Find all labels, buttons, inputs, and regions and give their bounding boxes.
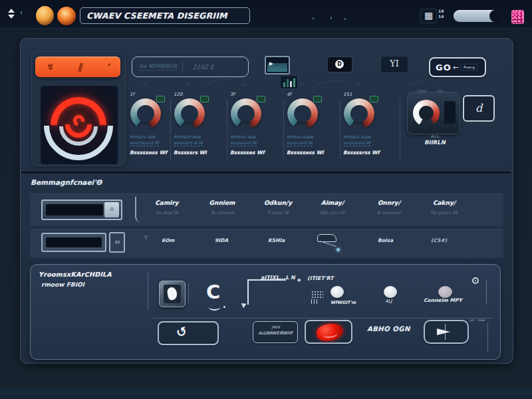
progress-bar-b-button[interactable]: ss (109, 232, 125, 253)
gauge-note-line2: wsssssess'W (343, 140, 370, 146)
progress-bar-a-handle[interactable]: ⊙ (104, 202, 119, 217)
square-outline-button[interactable]: d (463, 95, 495, 122)
magenta-badge-icon[interactable] (511, 10, 524, 24)
indicator-toggle-1[interactable] (331, 286, 344, 298)
column-divider (227, 100, 227, 160)
c-glyph: C (206, 281, 220, 303)
gauge-note-line1: Arnssv susw (287, 134, 313, 140)
stat-sublabel: Do gasee IW (417, 210, 471, 215)
go-badge: Rsang (461, 64, 477, 70)
tick-mark (21, 11, 22, 14)
dart-arrow-icon (437, 329, 450, 335)
counter-bottom: 14 (438, 14, 444, 19)
progress-pill-knob (489, 10, 500, 22)
app-root: CWAEV CSEEMETA DISEGRIIM ▦ 19 14 ↯ ∥ ʼ I… (0, 0, 532, 399)
gauge-bottom-label: Bsssssess Wf (130, 150, 167, 156)
gauge-top-label: 3f (230, 92, 235, 97)
gauge-note-line2: wsssrssrs'W (287, 140, 313, 146)
stat-sublabel: To csssand (195, 210, 249, 215)
progress-bar-a[interactable]: ⊙ (41, 200, 122, 220)
gauge-note-line1: Amsrsv ssw (230, 134, 255, 140)
progress-bar-b[interactable] (41, 233, 106, 252)
indicator-toggle-2[interactable] (384, 286, 397, 298)
group-label: aITIXL...L N (261, 275, 295, 281)
monitor-icon[interactable] (265, 56, 290, 74)
schedule-button[interactable]: 24Hf AsLWAWEIRWHf (253, 321, 298, 343)
stat-label: Gnniem (195, 200, 249, 206)
gauge-badge-icon (200, 96, 209, 102)
schedule-line2: AsLWAWEIRWHf (253, 331, 297, 336)
stat-label: Odkun/y (251, 200, 305, 206)
go-button[interactable]: GO ← Rsang (429, 57, 486, 77)
stat-column: Onnry/ D wssseew (362, 195, 416, 215)
stat-label: Cakny/ (417, 200, 471, 206)
camera-record-icon[interactable]: D (327, 57, 352, 72)
squiggle-icon: ~ (142, 81, 147, 88)
stat-column: Gnniem To csssand (195, 195, 249, 215)
camera-nub (417, 90, 426, 93)
down-triangle-icon (8, 15, 15, 19)
titlebar: CWAEV CSEEMETA DISEGRIIM ▦ 19 14 (0, 0, 532, 29)
refresh-icon: ↺ (174, 323, 188, 340)
status-orb-amber (57, 7, 76, 25)
column-divider (283, 100, 284, 160)
alert-glyph-mid: ∥ (78, 62, 82, 72)
c-shortcut-button[interactable]: C (206, 282, 230, 311)
group-label-2: (ITIET'RT (307, 275, 334, 281)
monitor-cursor-icon (269, 62, 273, 66)
utensil-icon[interactable]: ΥΙ (380, 56, 408, 73)
corner-line (487, 323, 488, 352)
gauge-note-line2: wssrsssess'W (130, 140, 159, 146)
gauge-note-line1: Arnssrv ssw (130, 134, 156, 140)
progress-pill[interactable] (454, 10, 500, 22)
gauge-note-line2: wsssssrs w'W (174, 140, 203, 146)
camera-device[interactable] (407, 92, 460, 134)
camera-nub (437, 90, 444, 93)
column-divider (340, 100, 340, 160)
search-divider (182, 61, 183, 73)
camera-label-bold: BIIRLN (424, 139, 446, 146)
gauge-donut (287, 98, 318, 129)
gauge-column: ~ 151 Amssrv sssw wsssssess'W Bsssssrss … (342, 82, 390, 164)
record-letter-icon: D (335, 60, 344, 68)
gauge-column: ~ 4f Arnssv susw wsssrssrs'W Bsssssess W… (285, 82, 333, 164)
document-icon-button[interactable] (159, 281, 186, 307)
gauge-top-label: 4f (287, 92, 291, 97)
record-button[interactable] (305, 320, 352, 344)
alert-button[interactable]: ↯ ∥ ʼ (35, 57, 120, 77)
diamond-icon: ◆ (297, 277, 301, 283)
gauge-badge-icon (156, 96, 165, 102)
panel-divider (188, 283, 189, 303)
alert-glyph-right: ʼ (106, 62, 110, 72)
option-label: KSHIa (268, 237, 285, 243)
stat-column: Odkun/y Tr asse,'W (251, 195, 305, 215)
control-panel-title: YroomsxKArCHDlLA (39, 271, 112, 278)
dots-grid-icon (311, 291, 323, 298)
indicator-toggle-3[interactable] (438, 286, 452, 298)
grid-icon[interactable]: ▦ (420, 9, 437, 23)
red-blob-icon (315, 322, 344, 342)
warning-gauge-panel (40, 85, 118, 165)
gauge-column: ~ 3f Amsrsv ssw wssssssrs'W Bssssses Wf (229, 82, 277, 164)
send-button[interactable] (424, 320, 469, 344)
camera-label-small: ALL (431, 134, 440, 138)
gauge-column: ~ 1f Arnssrv ssw wssrsssess'W Bsssssess … (128, 82, 176, 164)
stat-label: Onnry/ (362, 200, 416, 206)
gauge-badge-icon (370, 96, 378, 102)
option-label: Boisa (378, 237, 393, 243)
sort-arrows-icon[interactable] (7, 8, 16, 20)
progress-bar-a-track (46, 204, 103, 215)
tick-mark (313, 17, 314, 19)
stat-label: Aimay/ (305, 200, 360, 206)
stat-sublabel: D wssseew (362, 210, 416, 215)
refresh-button[interactable]: ↺ (158, 321, 219, 345)
squiggle-icon: ~ (242, 81, 247, 88)
indicator-label-2: 4LJ (385, 299, 392, 304)
tick-mark (344, 18, 346, 20)
search-input[interactable]: Iza NEMBIW/III 210Z E (132, 57, 249, 77)
search-value: 210Z E (192, 64, 213, 70)
gauge-donut (174, 98, 205, 129)
corner-note: un ' i kaa (469, 318, 485, 322)
camera-slot (444, 101, 456, 124)
panel-divider (148, 271, 148, 310)
